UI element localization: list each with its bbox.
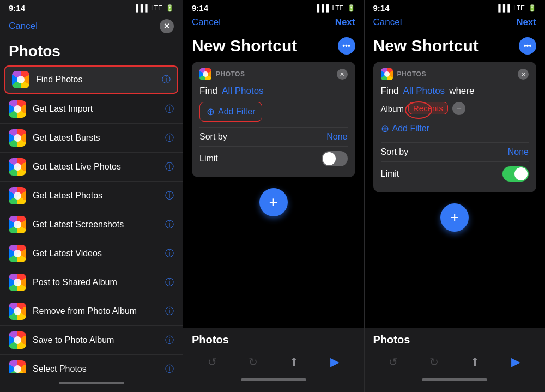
album-chip-container: Recents bbox=[408, 104, 448, 113]
list-item-get-latest-screenshots[interactable]: Get Latest Screenshots ⓘ bbox=[0, 210, 183, 239]
action-card-header-3: PHOTOS ✕ bbox=[381, 68, 529, 80]
share-button-2[interactable]: ⬆ bbox=[283, 352, 304, 372]
find-label-2: Find bbox=[199, 86, 217, 97]
remove-from-photo-album-label: Remove from Photo Album bbox=[33, 306, 159, 316]
remove-from-photo-album-info-icon[interactable]: ⓘ bbox=[165, 306, 174, 317]
list-item-got-latest-live-photos[interactable]: Got Latest Live Photos ⓘ bbox=[0, 153, 183, 182]
add-filter-text-3: Add Filter bbox=[392, 124, 429, 134]
find-photos-icon bbox=[12, 71, 29, 88]
lte-label-2: LTE bbox=[332, 4, 343, 12]
signal-icon-3: ▐▐▐ bbox=[496, 4, 510, 12]
add-filter-button-3[interactable]: ⊕ Add Filter bbox=[381, 120, 529, 137]
get-latest-screenshots-label: Get Latest Screenshots bbox=[33, 220, 159, 230]
limit-toggle-2[interactable] bbox=[322, 151, 348, 166]
sort-by-row-2: Sort by None bbox=[199, 127, 348, 146]
battery-icon: 🔋 bbox=[166, 4, 174, 12]
home-indicator-3 bbox=[422, 378, 487, 381]
find-where-3: where bbox=[449, 86, 474, 97]
lte-label: LTE bbox=[151, 4, 162, 12]
list-item-find-photos[interactable]: Find Photos ⓘ bbox=[4, 65, 178, 94]
signal-icon-2: ▐▐▐ bbox=[315, 4, 329, 12]
select-photos-label: Select Photos bbox=[33, 364, 159, 373]
close-button-1[interactable]: ✕ bbox=[160, 19, 174, 33]
list-item-get-last-import[interactable]: Get Last Import ⓘ bbox=[0, 95, 183, 124]
select-photos-info-icon[interactable]: ⓘ bbox=[165, 364, 174, 374]
panel1-header: Cancel ✕ bbox=[0, 15, 183, 37]
action-close-button-2[interactable]: ✕ bbox=[337, 69, 348, 80]
redo-button-3[interactable]: ↻ bbox=[424, 352, 445, 372]
add-action-button-3[interactable]: + bbox=[440, 203, 469, 232]
photos-action-list: Find Photos ⓘ Get Last Import ⓘ Get Late… bbox=[0, 64, 183, 373]
get-last-import-label: Get Last Import bbox=[33, 104, 159, 114]
action-card-2: PHOTOS ✕ Find All Photos ⊕ Add Filter So… bbox=[192, 62, 355, 177]
get-latest-photos-info-icon[interactable]: ⓘ bbox=[165, 190, 174, 202]
select-photos-icon bbox=[9, 360, 26, 373]
undo-button-2[interactable]: ↺ bbox=[202, 352, 222, 372]
list-item-post-to-shared-album[interactable]: Post to Shared Album ⓘ bbox=[0, 268, 183, 297]
panel3-bottom: Photos ↺ ↻ ⬆ ▶ bbox=[365, 328, 546, 392]
get-latest-bursts-info-icon[interactable]: ⓘ bbox=[165, 132, 174, 144]
action-app-label-2: PHOTOS bbox=[216, 70, 332, 78]
list-item-get-latest-videos[interactable]: Get Latest Videos ⓘ bbox=[0, 239, 183, 268]
shortcut-title-3: New Shortcut ••• bbox=[365, 32, 546, 62]
limit-label-2: Limit bbox=[199, 154, 218, 164]
save-to-photo-album-info-icon[interactable]: ⓘ bbox=[165, 335, 174, 346]
got-latest-live-photos-label: Got Latest Live Photos bbox=[33, 162, 159, 172]
get-latest-photos-icon bbox=[9, 187, 26, 204]
got-latest-live-photos-icon bbox=[9, 158, 26, 176]
status-bar-1: 9:14 ▐▐▐ LTE 🔋 bbox=[0, 0, 183, 15]
get-latest-screenshots-info-icon[interactable]: ⓘ bbox=[165, 219, 174, 231]
got-latest-live-photos-info-icon[interactable]: ⓘ bbox=[165, 161, 174, 173]
list-item-remove-from-photo-album[interactable]: Remove from Photo Album ⓘ bbox=[0, 297, 183, 326]
battery-icon-3: 🔋 bbox=[528, 4, 536, 12]
list-item-select-photos[interactable]: Select Photos ⓘ bbox=[0, 355, 183, 373]
list-item-get-latest-photos[interactable]: Get Latest Photos ⓘ bbox=[0, 182, 183, 210]
add-filter-plus-icon-2: ⊕ bbox=[207, 106, 215, 118]
limit-row-3: Limit bbox=[381, 161, 529, 186]
get-latest-videos-icon bbox=[9, 245, 26, 262]
list-item-get-latest-bursts[interactable]: Get Latest Bursts ⓘ bbox=[0, 124, 183, 153]
panel3-bottom-title: Photos bbox=[373, 334, 537, 346]
find-value-3[interactable]: All Photos bbox=[403, 86, 445, 97]
list-item-save-to-photo-album[interactable]: Save to Photo Album ⓘ bbox=[0, 326, 183, 355]
add-action-button-2[interactable]: + bbox=[259, 188, 288, 216]
action-card-3: PHOTOS ✕ Find All Photos where Album Rec… bbox=[373, 62, 537, 192]
action-find-row-2: Find All Photos bbox=[199, 86, 348, 97]
play-button-2[interactable]: ▶ bbox=[324, 352, 345, 372]
panel3-content: PHOTOS ✕ Find All Photos where Album Rec… bbox=[365, 62, 546, 328]
add-filter-text-2: Add Filter bbox=[218, 107, 255, 117]
redo-button-2[interactable]: ↻ bbox=[243, 352, 263, 372]
album-filter-row: Album Recents − bbox=[381, 102, 529, 115]
play-button-3[interactable]: ▶ bbox=[506, 352, 526, 372]
status-bar-3: 9:14 ▐▐▐ LTE 🔋 bbox=[365, 0, 546, 15]
cancel-button-3[interactable]: Cancel bbox=[373, 17, 402, 28]
share-button-3[interactable]: ⬆ bbox=[465, 352, 486, 372]
album-chip[interactable]: Recents bbox=[408, 102, 448, 114]
status-time-3: 9:14 bbox=[373, 3, 390, 13]
next-button-2[interactable]: Next bbox=[335, 17, 355, 28]
status-bar-2: 9:14 ▐▐▐ LTE 🔋 bbox=[183, 0, 364, 15]
post-to-shared-album-label: Post to Shared Album bbox=[33, 278, 159, 287]
find-value-2[interactable]: All Photos bbox=[222, 86, 264, 97]
save-to-photo-album-icon bbox=[9, 331, 26, 349]
sort-by-value-2[interactable]: None bbox=[326, 132, 347, 142]
add-filter-button-2[interactable]: ⊕ Add Filter bbox=[199, 102, 262, 122]
home-indicator-1 bbox=[59, 382, 124, 384]
get-last-import-info-icon[interactable]: ⓘ bbox=[165, 104, 174, 115]
sort-by-value-3[interactable]: None bbox=[508, 147, 529, 157]
panel2-new-shortcut: 9:14 ▐▐▐ LTE 🔋 Cancel Next New Shortcut … bbox=[183, 0, 364, 392]
shortcut-menu-button-2[interactable]: ••• bbox=[338, 37, 355, 55]
cancel-button-2[interactable]: Cancel bbox=[192, 17, 221, 28]
action-close-button-3[interactable]: ✕ bbox=[518, 69, 529, 80]
limit-toggle-3[interactable] bbox=[502, 166, 529, 182]
post-to-shared-album-info-icon[interactable]: ⓘ bbox=[165, 277, 174, 288]
remove-filter-button-3[interactable]: − bbox=[452, 102, 465, 115]
status-time-1: 9:14 bbox=[9, 3, 25, 13]
next-button-3[interactable]: Next bbox=[516, 17, 536, 28]
action-card-header-2: PHOTOS ✕ bbox=[199, 68, 348, 80]
find-photos-info-icon[interactable]: ⓘ bbox=[162, 74, 171, 86]
undo-button-3[interactable]: ↺ bbox=[383, 352, 404, 372]
get-latest-videos-info-icon[interactable]: ⓘ bbox=[165, 248, 174, 260]
shortcut-menu-button-3[interactable]: ••• bbox=[519, 37, 536, 55]
cancel-button-1[interactable]: Cancel bbox=[9, 21, 38, 32]
